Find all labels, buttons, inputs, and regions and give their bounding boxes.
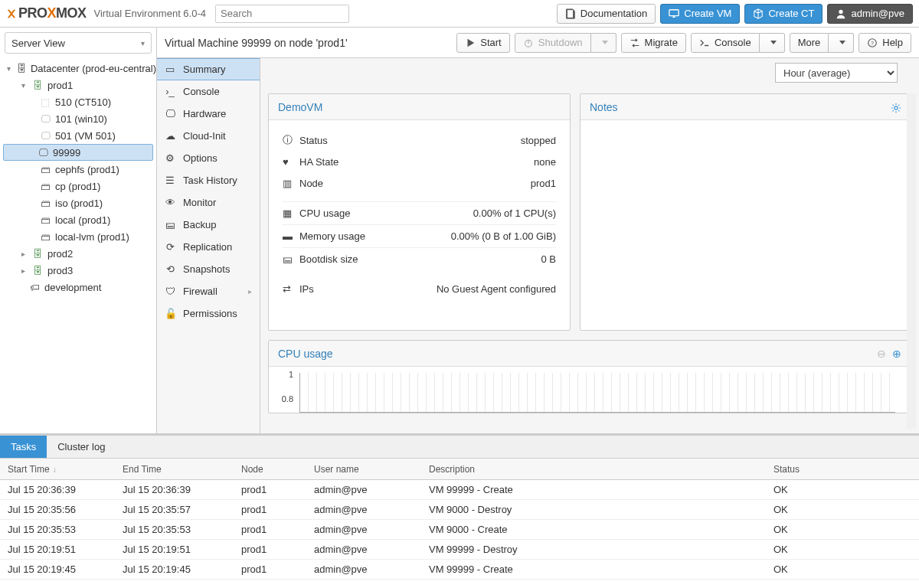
disk-icon: 🖴 [165, 219, 175, 230]
help-icon: ? [867, 37, 878, 49]
storage-icon: 🗃 [38, 198, 52, 209]
tree-storage-cephfs[interactable]: 🗃 cephfs (prod1) [0, 161, 156, 178]
col-end-time[interactable]: End Time [115, 464, 234, 475]
create-ct-button[interactable]: Create CT [744, 4, 823, 24]
col-status[interactable]: Status [766, 464, 919, 475]
tab-cluster-log[interactable]: Cluster log [47, 436, 116, 458]
node-icon: 🗄 [31, 80, 44, 91]
table-row[interactable]: Jul 15 20:35:56Jul 15 20:35:57prod1admin… [0, 500, 919, 520]
tree-label: 99999 [53, 147, 80, 158]
shutdown-menu-button[interactable] [591, 33, 616, 53]
collapse-icon[interactable]: ▾ [5, 64, 12, 73]
cell: admin@pve [306, 524, 421, 535]
more-menu-button[interactable] [829, 33, 854, 53]
tree-vm-101[interactable]: 🖵 101 (win10) [0, 110, 156, 127]
storage-icon: 🗃 [38, 214, 52, 226]
col-node[interactable]: Node [234, 464, 306, 475]
tab-tasks[interactable]: Tasks [0, 436, 47, 458]
nav-console[interactable]: ›_Console [157, 80, 260, 103]
tag-icon: 🏷 [28, 282, 41, 293]
timerange-select[interactable]: Hour (average) [775, 63, 898, 83]
minus-circle-icon[interactable]: ⊖ [877, 348, 886, 360]
tasks-table-body[interactable]: Jul 15 20:36:39Jul 15 20:36:39prod1admin… [0, 480, 919, 588]
tree-node-prod2[interactable]: ▸ 🗄 prod2 [0, 245, 156, 262]
col-description[interactable]: Description [421, 464, 766, 475]
cell: Jul 15 20:35:56 [0, 504, 115, 515]
search-box [215, 5, 349, 23]
table-row[interactable]: Jul 15 20:19:51Jul 15 20:19:51prod1admin… [0, 540, 919, 560]
cell: VM 9000 - Create [421, 524, 766, 535]
doc-icon: ▭ [165, 64, 175, 75]
expand-icon[interactable]: ▸ [18, 250, 28, 258]
chevron-down-icon [839, 41, 845, 44]
tree-storage-locallvm[interactable]: 🗃 local-lvm (prod1) [0, 228, 156, 245]
row-value: 0.00% of 1 CPU(s) [473, 207, 556, 219]
documentation-button[interactable]: Documentation [557, 4, 656, 24]
col-start-time[interactable]: Start Time↓ [0, 464, 115, 475]
start-button[interactable]: Start [456, 33, 509, 53]
cell: prod1 [234, 544, 306, 555]
content-header: Virtual Machine 99999 on node 'prod1' St… [157, 28, 919, 58]
nav-taskhistory[interactable]: ☰Task History [157, 169, 260, 191]
tree-node-prod1[interactable]: ▾ 🗄 prod1 [0, 77, 156, 93]
nav-summary[interactable]: ▭Summary [157, 58, 260, 80]
table-row[interactable]: Jul 15 20:35:53Jul 15 20:35:53prod1admin… [0, 520, 919, 540]
help-label: Help [882, 37, 903, 48]
nav-firewall[interactable]: 🛡Firewall▸ [157, 280, 260, 302]
user-menu-button[interactable]: admin@pve [827, 4, 913, 24]
nav-snapshots[interactable]: ⟲Snapshots [157, 258, 260, 280]
refresh-icon: ⟳ [165, 241, 175, 253]
nav-replication[interactable]: ⟳Replication [157, 236, 260, 258]
tree-datacenter[interactable]: ▾ 🗄 Datacenter (prod-eu-central) [0, 60, 156, 77]
col-user[interactable]: User name [306, 464, 421, 475]
heart-icon: ♥ [283, 156, 299, 168]
view-selector[interactable]: Server View ▾ [5, 32, 152, 54]
help-button[interactable]: ? Help [858, 33, 911, 53]
expand-icon[interactable]: ▸ [18, 266, 28, 275]
nav-backup[interactable]: 🖴Backup [157, 214, 260, 236]
shutdown-button[interactable]: Shutdown [515, 33, 591, 53]
logo-text-mox: MOX [56, 5, 87, 21]
search-input[interactable] [215, 5, 349, 23]
migrate-button[interactable]: Migrate [621, 33, 686, 53]
gear-icon[interactable] [891, 100, 901, 113]
eye-icon: 👁 [165, 197, 175, 208]
tree-ct-510[interactable]: ⬚ 510 (CT510) [0, 93, 156, 110]
logo-text-x: X [47, 5, 57, 21]
table-row[interactable]: Jul 15 20:36:39Jul 15 20:36:39prod1admin… [0, 480, 919, 500]
tree-node-prod3[interactable]: ▸ 🗄 prod3 [0, 262, 156, 279]
tree-storage-iso[interactable]: 🗃 iso (prod1) [0, 194, 156, 211]
logo-text-pro: PRO [18, 5, 47, 21]
cell: admin@pve [306, 504, 421, 515]
row-value: 0.00% (0 B of 1.00 GiB) [451, 230, 556, 242]
nav-label: Replication [183, 241, 232, 253]
tree-storage-cp[interactable]: 🗃 cp (prod1) [0, 178, 156, 194]
plus-circle-icon[interactable]: ⊕ [892, 348, 901, 360]
cpu-chart-yaxis: 1 0.8 [275, 370, 293, 419]
notes-body[interactable] [581, 120, 911, 330]
tree-vm-99999[interactable]: 🖵 99999 [3, 144, 153, 161]
nav-permissions[interactable]: 🔓Permissions [157, 302, 260, 325]
svg-text:?: ? [871, 41, 874, 46]
console-button[interactable]: Console [691, 33, 760, 53]
table-row[interactable]: Jul 15 20:19:45Jul 15 20:19:45prod1admin… [0, 560, 919, 580]
tree-storage-local[interactable]: 🗃 local (prod1) [0, 211, 156, 228]
nav-cloudinit[interactable]: ☁Cloud-Init [157, 125, 260, 147]
console-label: Console [715, 37, 751, 48]
unlock-icon: 🔓 [165, 308, 175, 319]
cpu-usage-header: CPU usage ⊖ ⊕ [269, 341, 911, 367]
tree-vm-501[interactable]: 🖵 501 (VM 501) [0, 127, 156, 144]
timerange-selector[interactable]: Hour (average) [775, 63, 898, 83]
cell: Jul 15 20:19:51 [0, 544, 115, 555]
tree-pool-development[interactable]: 🏷 development [0, 279, 156, 296]
nav-hardware[interactable]: 🖵Hardware [157, 103, 260, 125]
nav-options[interactable]: ⚙Options [157, 147, 260, 169]
create-vm-button[interactable]: Create VM [660, 4, 740, 24]
collapse-icon[interactable]: ▾ [18, 81, 28, 90]
console-menu-button[interactable] [760, 33, 785, 53]
nav-monitor[interactable]: 👁Monitor [157, 191, 260, 214]
cpu-usage-title: CPU usage [278, 348, 333, 360]
center-column: Virtual Machine 99999 on node 'prod1' St… [157, 28, 919, 433]
more-button[interactable]: More [790, 33, 829, 53]
nav-label: Permissions [183, 308, 237, 319]
